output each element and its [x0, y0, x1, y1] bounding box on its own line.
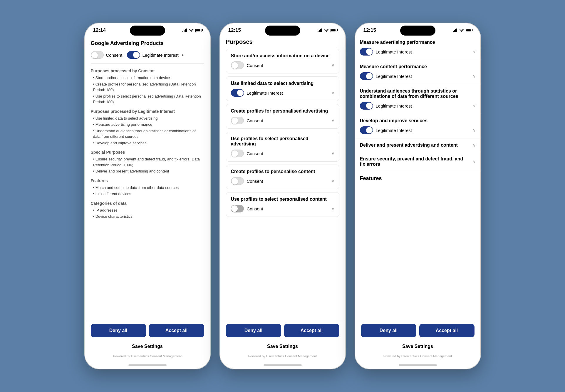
toggle-p3-4[interactable] — [360, 126, 373, 134]
battery-icon-1 — [195, 29, 202, 32]
collapsed-1: Deliver and present advertising and cont… — [355, 138, 480, 152]
page-title-1: Google Advertising Products — [91, 40, 204, 46]
save-settings-button-2[interactable]: Save Settings — [226, 340, 339, 353]
bullet-1-2: • Create profiles for personalised adver… — [91, 81, 204, 93]
thumb-p3-4 — [366, 127, 373, 133]
phone-1: 12:14 Google Advertising Products — [84, 23, 211, 369]
chevron-p2-6[interactable]: ∨ — [331, 206, 334, 211]
svg-rect-1 — [184, 30, 185, 32]
scroll-area-2[interactable]: Purposes Store and/or access information… — [220, 36, 345, 320]
purpose-control-p2-6: Consent ∨ — [226, 205, 339, 217]
p3-left-4: Legitimate Interest — [360, 126, 412, 134]
status-bar-3: 12:15 — [355, 23, 480, 36]
button-row-3: Deny all Accept all — [361, 324, 475, 337]
chevron-collapsed-2[interactable]: ∨ — [473, 159, 476, 164]
p3-label-1: Legitimate Interest — [376, 49, 412, 54]
legitimate-toggle-item: Legitimate Interest ▲ — [127, 51, 184, 59]
svg-point-9 — [326, 31, 326, 32]
p3-control-1: Legitimate Interest ∨ — [360, 48, 476, 56]
home-indicator-1 — [128, 364, 167, 366]
control-left-p2-6: Consent — [231, 205, 263, 212]
bullet-4-1: • Match and combine data from other data… — [91, 185, 204, 191]
purpose-item-p2-4: Use profiles to select personalised adve… — [226, 132, 339, 162]
legitimate-toggle[interactable] — [127, 51, 140, 59]
chevron-p2-5[interactable]: ∨ — [331, 179, 334, 183]
toggle-p2-6[interactable] — [231, 205, 244, 212]
save-settings-button-3[interactable]: Save Settings — [361, 340, 475, 353]
status-icons-1 — [182, 29, 202, 32]
powered-by-2: Powered by Usercentrics Consent Manageme… — [226, 353, 339, 359]
p3-label-2: Legitimate Interest — [376, 74, 412, 79]
section-special: Special Purposes — [91, 150, 204, 155]
svg-point-4 — [191, 31, 191, 32]
purpose-header-p2-1: Store and/or access information on a dev… — [226, 49, 339, 61]
p3-left-2: Legitimate Interest — [360, 72, 412, 80]
button-row-2: Deny all Accept all — [226, 324, 339, 337]
bottom-bar-2: Deny all Accept all Save Settings Powere… — [220, 320, 345, 363]
phone-2-content: Purposes Store and/or access information… — [220, 36, 345, 363]
notch-2 — [265, 26, 300, 36]
bullet-4-2: • Link different devices — [91, 191, 204, 197]
p3-header-1: Measure advertising performance — [360, 40, 476, 45]
deny-all-button-1[interactable]: Deny all — [91, 324, 146, 337]
deny-all-button-3[interactable]: Deny all — [361, 324, 416, 337]
save-settings-button-1[interactable]: Save Settings — [91, 340, 204, 353]
bullet-1-1: • Store and/or access information on a d… — [91, 75, 204, 81]
powered-by-3: Powered by Usercentrics Consent Manageme… — [361, 353, 475, 359]
accept-all-button-2[interactable]: Accept all — [284, 324, 339, 337]
powered-by-1: Powered by Usercentrics Consent Manageme… — [91, 353, 204, 359]
wifi-icon-3 — [459, 29, 464, 32]
chevron-p2-2[interactable]: ∨ — [331, 91, 334, 95]
toggle-p2-2[interactable] — [231, 89, 244, 97]
consent-label: Consent — [106, 53, 123, 58]
p3-header-2: Measure content performance — [360, 64, 476, 69]
wifi-icon-2 — [324, 29, 329, 32]
scroll-area-1[interactable]: Google Advertising Products Consent Legi… — [85, 36, 210, 320]
accept-all-button-3[interactable]: Accept all — [419, 324, 475, 337]
battery-icon-2 — [331, 29, 337, 32]
toggle-p3-2[interactable] — [360, 72, 373, 80]
p3-header-4: Develop and improve services — [360, 118, 476, 123]
chevron-p2-1[interactable]: ∨ — [331, 63, 334, 68]
purpose-item-p2-6: Use profiles to select personalised cont… — [226, 192, 339, 217]
home-indicator-2 — [264, 364, 302, 366]
bullet-3-1: • Ensure security, prevent and detect fr… — [91, 156, 204, 168]
chevron-p2-4[interactable]: ∨ — [331, 151, 334, 156]
toggle-p2-4[interactable] — [231, 150, 244, 157]
svg-rect-13 — [456, 29, 457, 32]
purpose-header-p2-6: Use profiles to select personalised cont… — [226, 192, 339, 205]
svg-point-14 — [461, 31, 462, 32]
toggle-p2-1[interactable] — [231, 61, 244, 69]
purpose-control-p2-5: Consent ∨ — [226, 177, 339, 189]
toggle-p2-3[interactable] — [231, 117, 244, 124]
toggle-p3-3[interactable] — [360, 102, 373, 110]
scroll-area-3[interactable]: Measure advertising performance Legitima… — [355, 36, 480, 320]
svg-rect-8 — [321, 29, 322, 32]
purpose-item-p2-1: Store and/or access information on a dev… — [226, 49, 339, 73]
signal-icon-1 — [182, 29, 187, 32]
toggle-p3-1[interactable] — [360, 48, 373, 56]
bullet-2-2: • Measure advertising performance — [91, 122, 204, 128]
consent-toggle[interactable] — [91, 51, 104, 59]
deny-all-button-2[interactable]: Deny all — [226, 324, 281, 337]
features-section: Features — [355, 171, 480, 183]
thumb-p3-2 — [366, 73, 373, 79]
chevron-p3-1[interactable]: ∨ — [473, 49, 476, 54]
label-p2-6: Consent — [247, 206, 263, 211]
p3-control-3: Legitimate Interest ∨ — [360, 102, 476, 110]
chevron-p3-3[interactable]: ∨ — [473, 103, 476, 108]
chevron-p2-3[interactable]: ∨ — [331, 118, 334, 123]
thumb-p2-2 — [237, 90, 244, 96]
collapsed-title-2: Ensure security, prevent and detect frau… — [360, 156, 473, 167]
p3-control-2: Legitimate Interest ∨ — [360, 72, 476, 80]
toggle-p2-5[interactable] — [231, 177, 244, 185]
features-label-3: Features — [360, 171, 476, 183]
purpose-control-p2-3: Consent ∨ — [226, 117, 339, 128]
chevron-p3-2[interactable]: ∨ — [473, 74, 476, 78]
accept-all-button-1[interactable]: Accept all — [149, 324, 204, 337]
label-p2-2: Legitimate Interest — [247, 91, 283, 96]
chevron-p3-4[interactable]: ∨ — [473, 128, 476, 133]
time-display-3: 12:15 — [363, 27, 376, 33]
chevron-collapsed-1[interactable]: ∨ — [473, 143, 476, 148]
consent-thumb — [91, 52, 98, 58]
